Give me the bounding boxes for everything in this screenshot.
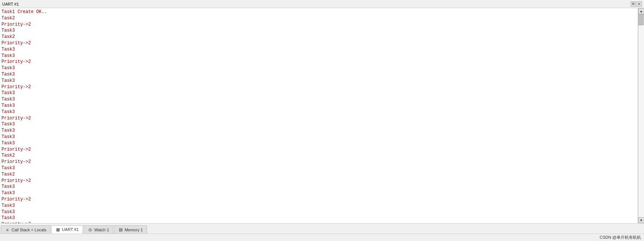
title-bar-title: UART #1 [2,2,19,6]
uart-line: Task3 [1,109,636,115]
scroll-track[interactable] [638,14,644,217]
stack-icon: ≡ [5,228,10,232]
close-button[interactable]: ✕ [637,1,642,7]
uart-line: Task3 [1,90,636,96]
uart-line: Task3 [1,121,636,128]
uart-line: Priority->2 [1,159,636,165]
title-bar: UART #1 ⧉ ✕ [0,0,644,8]
watch-icon: ◎ [88,228,93,232]
uart-line: Task3 [1,46,636,53]
title-bar-controls: ⧉ ✕ [631,1,642,7]
uart-line: Task3 [1,65,636,71]
uart-line: Task3 [1,134,636,140]
uart-line: Priority->2 [1,115,636,122]
tab-label-uart1: UART #1 [62,227,79,232]
float-button[interactable]: ⧉ [631,1,636,7]
uart-line: Task3 [1,78,636,84]
tab-bar: ≡Call Stack + Locals▦UART #1◎Watch 1▤Mem… [0,223,644,234]
tab-label-memory1: Memory 1 [125,228,143,232]
tab-call-stack[interactable]: ≡Call Stack + Locals [1,225,51,234]
uart-line: Priority->2 [1,84,636,90]
uart-line: Task3 [1,140,636,147]
title-bar-left: UART #1 [2,2,19,6]
uart-line: Task2 [1,15,636,22]
uart-line: Task2 [1,171,636,178]
status-text: CSDN @单片机有机机 [600,235,641,240]
uart-line: Task2 [1,152,636,159]
tab-label-call-stack: Call Stack + Locals [12,228,46,232]
uart-line: Task3 [1,28,636,34]
scroll-up-button[interactable]: ▲ [638,8,644,14]
tab-label-watch1: Watch 1 [94,228,109,232]
uart-line: Task3 [1,165,636,171]
uart-line: Priority->2 [1,59,636,65]
output-area: Task1 Create OK..Task2Priority->2Task3Ta… [0,8,644,223]
uart-line: Priority->2 [1,147,636,153]
scroll-down-button[interactable]: ▼ [638,217,644,223]
uart-line: Priority->2 [1,196,636,203]
memory-icon: ▤ [118,228,123,232]
uart-line: Task3 [1,103,636,109]
uart-line: Task3 [1,203,636,209]
tab-memory1[interactable]: ▤Memory 1 [114,225,147,234]
uart-line: Task3 [1,215,636,221]
scroll-thumb[interactable] [638,14,644,25]
uart-line: Task3 [1,184,636,190]
vertical-scrollbar[interactable]: ▲ ▼ [638,8,644,223]
uart-line: Task2 [1,34,636,40]
uart-icon: ▦ [55,227,61,232]
status-bar: CSDN @单片机有机机 [0,234,644,241]
tab-watch1[interactable]: ◎Watch 1 [84,225,113,234]
uart-line: Task3 [1,209,636,215]
uart-line: Task3 [1,190,636,196]
uart-output[interactable]: Task1 Create OK..Task2Priority->2Task3Ta… [0,8,638,223]
uart-line: Task3 [1,71,636,78]
uart-line: Task1 Create OK.. [1,9,636,15]
uart-line: Task3 [1,96,636,103]
uart-line: Priority->2 [1,22,636,28]
uart-line: Task3 [1,53,636,59]
tab-uart1[interactable]: ▦UART #1 [51,225,83,234]
uart-line: Priority->2 [1,40,636,46]
uart-line: Priority->2 [1,178,636,184]
uart-line: Task3 [1,128,636,134]
